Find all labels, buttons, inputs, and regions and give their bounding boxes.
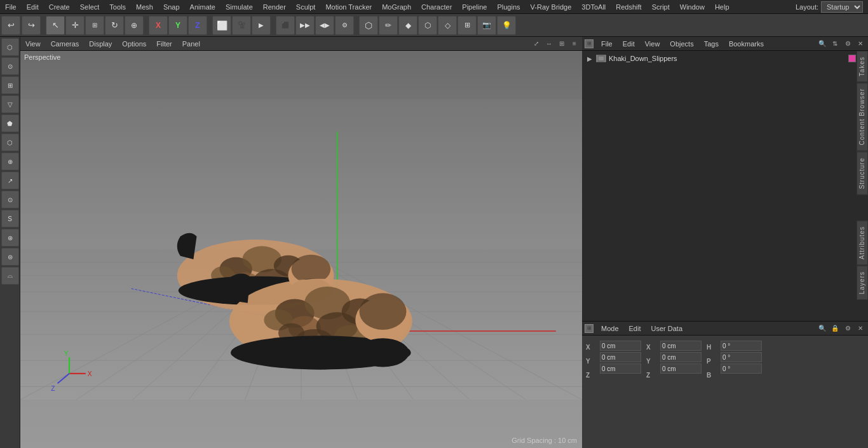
move-tool[interactable]: ✛ [65,16,85,35]
obj-settings-icon[interactable]: ⚙ [843,39,853,49]
menu-script[interactable]: Script [647,2,675,12]
ipr-render[interactable]: ◀▶ [315,16,334,35]
tab-content-browser[interactable]: Content Browser [857,83,868,151]
rot-p-input[interactable] [721,352,762,362]
tab-takes[interactable]: Takes [857,51,868,82]
undo-button[interactable]: ↩ [1,16,20,35]
menu-tools[interactable]: Tools [104,2,131,12]
obj-menu-tags[interactable]: Tags [702,40,721,48]
left-tool-2[interactable]: ⊙ [1,57,19,75]
obj-menu-bookmarks[interactable]: Bookmarks [726,40,766,48]
grid-tool[interactable]: ⊞ [458,16,477,35]
vp-menu-options[interactable]: Options [119,40,149,48]
tab-attributes[interactable]: Attributes [857,221,868,265]
menu-redshift[interactable]: Redshift [611,2,646,12]
menu-render[interactable]: Render [258,2,291,12]
select-tool[interactable]: ↖ [46,16,65,35]
viewport-icon-4[interactable]: ≡ [569,39,580,49]
y-axis[interactable]: Y [168,16,187,35]
size-y-input[interactable] [660,352,702,362]
paint-tool[interactable]: ◇ [438,16,457,35]
menu-animate[interactable]: Animate [185,2,220,12]
left-tool-1[interactable]: ⬡ [1,38,19,56]
obj-color-swatch[interactable] [848,55,856,62]
layout-dropdown[interactable]: Startup [821,1,863,13]
vp-menu-panel[interactable]: Panel [180,40,203,48]
pos-y-input[interactable]: 0 cm [600,352,641,362]
vp-menu-cameras[interactable]: Cameras [48,40,82,48]
vp-menu-filter[interactable]: Filter [154,40,174,48]
obj-sort-icon[interactable]: ⇅ [830,39,840,49]
menu-pipeline[interactable]: Pipeline [457,2,492,12]
pos-x-input[interactable]: 0 cm [600,341,641,351]
render-view[interactable]: ⬛ [276,16,295,35]
menu-sculpt[interactable]: Sculpt [291,2,321,12]
obj-search-icon[interactable]: 🔍 [817,39,827,49]
x-axis[interactable]: X [149,16,168,35]
tab-layers[interactable]: Layers [857,266,868,300]
rot-h-input[interactable] [721,341,762,351]
viewport-icon-1[interactable]: ⤢ [531,39,541,49]
expand-icon[interactable]: ▶ [587,55,593,62]
camera-btn2[interactable]: 📷 [477,16,496,35]
size-z-input[interactable] [660,363,702,374]
pos-z-input[interactable]: 0 cm [600,363,641,374]
spline-tool[interactable]: ✏ [379,16,398,35]
attr-close-icon[interactable]: ✕ [855,323,865,334]
anim-render[interactable]: ▶▶ [295,16,315,35]
menu-plugins[interactable]: Plugins [492,2,525,12]
viewport-3d[interactable]: Perspective [20,51,582,448]
menu-window[interactable]: Window [675,2,710,12]
menu-motion-tracker[interactable]: Motion Tracker [320,2,377,12]
left-tool-6[interactable]: ⬡ [1,133,19,151]
scale-tool[interactable]: ⊞ [85,16,104,35]
polygon-tool[interactable]: ◆ [398,16,417,35]
attr-menu-edit[interactable]: Edit [627,325,644,332]
obj-menu-view[interactable]: View [642,40,663,48]
vp-menu-display[interactable]: Display [86,40,114,48]
size-x-input[interactable] [660,341,702,351]
vp-menu-view[interactable]: View [23,40,43,48]
attr-lock-icon[interactable]: 🔒 [830,323,840,334]
obj-menu-edit[interactable]: Edit [620,40,637,48]
object-item-slippers[interactable]: ▶ Khaki_Down_Slippers [585,53,865,64]
render-settings[interactable]: ⚙ [335,16,354,35]
camera-tool[interactable]: 🎥 [232,16,251,35]
menu-edit[interactable]: Edit [22,2,44,12]
attr-settings-icon[interactable]: ⚙ [843,323,853,334]
redo-button[interactable]: ↪ [22,16,41,35]
left-tool-10[interactable]: S [1,210,19,227]
left-tool-9[interactable]: ⊙ [1,191,19,208]
rotate-tool[interactable]: ↻ [105,16,124,35]
attr-menu-userdata[interactable]: User Data [649,325,686,332]
menu-character[interactable]: Character [416,2,457,12]
left-tool-8[interactable]: ↗ [1,172,19,189]
z-axis[interactable]: Z [188,16,207,35]
points-mode[interactable]: ⬡ [359,16,378,35]
menu-help[interactable]: Help [710,2,735,12]
light-btn[interactable]: 💡 [497,16,516,35]
left-tool-12[interactable]: ⊜ [1,248,19,266]
left-tool-4[interactable]: ▽ [1,95,19,113]
left-tool-3[interactable]: ⊞ [1,76,19,94]
obj-menu-file[interactable]: File [599,40,615,48]
viewport-icon-3[interactable]: ⊞ [557,39,567,49]
left-tool-13[interactable]: ⌓ [1,267,19,285]
obj-close-icon[interactable]: ✕ [855,39,865,49]
object-tool[interactable]: ⬜ [212,16,231,35]
menu-file[interactable]: File [0,2,22,12]
menu-select[interactable]: Select [75,2,105,12]
attr-menu-mode[interactable]: Mode [599,325,621,332]
rot-b-input[interactable] [721,363,762,374]
obj-menu-objects[interactable]: Objects [667,40,696,48]
left-tool-11[interactable]: ⊛ [1,229,19,247]
subdivision-tool[interactable]: ⬡ [418,16,437,35]
attr-search-icon[interactable]: 🔍 [817,323,827,334]
menu-3dtoa[interactable]: 3DToAll [576,2,611,12]
viewport-icon-2[interactable]: ↔ [544,39,554,49]
light-tool[interactable]: ▶ [252,16,271,35]
tab-structure[interactable]: Structure [857,152,868,195]
menu-snap[interactable]: Snap [158,2,185,12]
menu-mograph[interactable]: MoGraph [377,2,416,12]
left-tool-7[interactable]: ⊕ [1,153,19,170]
